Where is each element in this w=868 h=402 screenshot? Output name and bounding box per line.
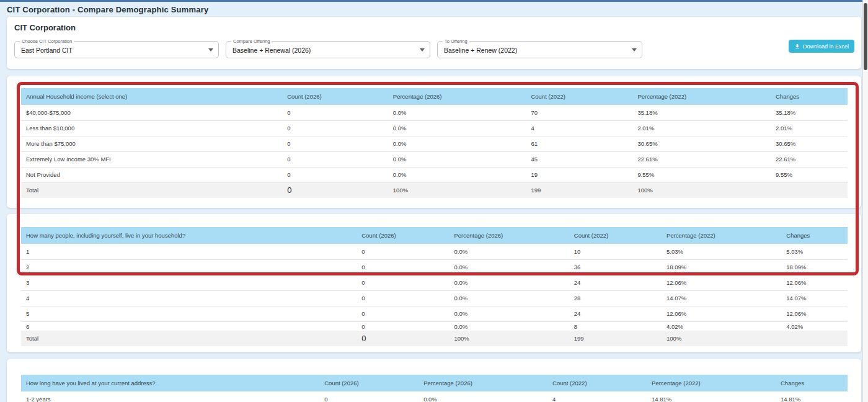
table-cell: 0 <box>282 167 388 182</box>
table-cell: 0 <box>356 306 449 321</box>
column-header-cell: Changes <box>781 227 848 244</box>
table-cell: 0.0% <box>388 167 526 182</box>
page-title: CIT Corporation - Compare Demographic Su… <box>7 5 208 14</box>
table-row: 1-2 years00.0%414.81%14.81% <box>21 391 848 402</box>
chevron-down-icon <box>420 48 425 51</box>
chevron-down-icon <box>208 48 213 51</box>
table-cell: 0 <box>356 244 449 259</box>
table-row: 600.0%84.02%4.02% <box>21 321 848 331</box>
download-icon <box>794 43 800 50</box>
download-in-excel-button[interactable]: Download in Excel <box>789 40 854 53</box>
vertical-scrollbar-track[interactable] <box>862 0 868 402</box>
table-cell: 0 <box>356 321 449 331</box>
column-header-cell: Count (2022) <box>526 88 632 105</box>
table-cell: 100% <box>662 331 781 346</box>
table-cell: 10 <box>569 244 662 259</box>
table-cell: 0.0% <box>449 259 569 275</box>
table-cell: 2 <box>21 259 356 275</box>
column-header-cell: Percentage (2022) <box>632 88 771 105</box>
table-cell: 5 <box>21 306 356 321</box>
choose-cit-corporation-select[interactable]: Choose CIT Corporation East Portland CIT <box>14 41 219 58</box>
table-cell: 22.61% <box>771 151 848 167</box>
table-row: More than $75,00000.0%6130.65%30.65% <box>21 136 848 151</box>
table-header-row: How long have you lived at your current … <box>21 375 848 391</box>
table-cell: 100% <box>632 182 771 198</box>
question-header-cell: How many people, including yourself, liv… <box>21 227 356 244</box>
demographic-summary-table: Annual Household income (select one) Cou… <box>21 88 848 198</box>
table-row: 200.0%3618.09%18.09% <box>21 259 848 275</box>
to-offering-select[interactable]: To Offering Baseline + Renew (2022) <box>437 41 642 58</box>
table-cell: 70 <box>526 105 632 120</box>
table-cell: 0 <box>319 391 418 402</box>
table-cell: More than $75,000 <box>21 136 282 151</box>
table-total-row: Total0100%199100% <box>21 182 848 198</box>
table-cell: 1-2 years <box>21 391 319 402</box>
table-cell: 0.0% <box>388 105 526 120</box>
column-header-cell: Percentage (2022) <box>662 227 781 244</box>
table-header-row: How many people, including yourself, liv… <box>21 227 848 244</box>
table-row: 500.0%2412.06%12.06% <box>21 306 848 321</box>
filter-panel: CIT Corporation Choose CIT Corporation E… <box>7 17 861 69</box>
table-cell: 14.81% <box>647 391 776 402</box>
column-header-cell: Count (2026) <box>282 88 388 105</box>
table-cell: 1 <box>21 244 356 259</box>
column-header-cell: Changes <box>776 375 848 391</box>
table-row: 300.0%2412.06%12.06% <box>21 275 848 290</box>
table-cell: 0 <box>282 136 388 151</box>
top-accent-bar <box>0 0 868 2</box>
table-cell: 14.07% <box>781 290 848 306</box>
table-cell: 0.0% <box>388 151 526 167</box>
table-cell: 9.55% <box>632 167 771 182</box>
table-cell: 45 <box>526 151 632 167</box>
table-cell: 35.18% <box>771 105 848 120</box>
compare-offering-select[interactable]: Compare Offering Baseline + Renewal (202… <box>226 41 430 58</box>
column-header-cell: Percentage (2022) <box>647 375 776 391</box>
table-cell <box>771 182 848 198</box>
table-cell: 0 <box>356 290 449 306</box>
table-cell: 14.07% <box>662 290 781 306</box>
table-cell: 35.18% <box>632 105 771 120</box>
question-header-cell: How long have you lived at your current … <box>21 375 319 391</box>
table-row: Less than $10,00000.0%42.01%2.01% <box>21 120 848 136</box>
table-cell: Total <box>21 182 282 198</box>
table-cell: 12.06% <box>662 306 781 321</box>
select-value: Baseline + Renew (2022) <box>444 47 517 54</box>
table-cell: 4.02% <box>662 321 781 331</box>
table-cell: 0 <box>282 105 388 120</box>
table-cell: Not Provided <box>21 167 282 182</box>
download-button-label: Download in Excel <box>803 43 849 50</box>
table-cell: Extremely Low Income 30% MFI <box>21 151 282 167</box>
select-value: Baseline + Renewal (2026) <box>232 47 311 54</box>
table-cell: 100% <box>449 331 569 346</box>
table-cell: 36 <box>569 259 662 275</box>
column-header-cell: Percentage (2026) <box>388 88 526 105</box>
table-row: Extremely Low Income 30% MFI00.0%4522.61… <box>21 151 848 167</box>
table-card-household-income: Annual Household income (select one) Cou… <box>7 76 861 208</box>
column-header-cell: Count (2026) <box>356 227 449 244</box>
table-row: 100.0%105.03%5.03% <box>21 244 848 259</box>
table-cell: Less than $10,000 <box>21 120 282 136</box>
table-cell: 24 <box>569 306 662 321</box>
table-cell: 0.0% <box>449 321 569 331</box>
vertical-scrollbar-thumb[interactable] <box>864 3 867 70</box>
table-total-row: Total0100%199100% <box>21 331 848 346</box>
table-cell: 30.65% <box>632 136 771 151</box>
table-cell: 8 <box>569 321 662 331</box>
table-cell: 12.06% <box>781 275 848 290</box>
table-row: Not Provided00.0%199.55%9.55% <box>21 167 848 182</box>
table-cell: 0 <box>282 120 388 136</box>
table-cell: 30.65% <box>771 136 848 151</box>
column-header-cell: Changes <box>771 88 848 105</box>
table-cell: 28 <box>569 290 662 306</box>
table-cell: 61 <box>526 136 632 151</box>
table-cell: 199 <box>526 182 632 198</box>
table-card-household-size: How many people, including yourself, liv… <box>7 214 861 352</box>
panel-heading: CIT Corporation <box>14 23 76 32</box>
table-cell: 18.09% <box>781 259 848 275</box>
table-card-address-duration: How long have you lived at your current … <box>7 359 861 402</box>
table-cell: 199 <box>569 331 662 346</box>
table-cell <box>781 331 848 346</box>
table-cell: 22.61% <box>632 151 771 167</box>
table-cell: 9.55% <box>771 167 848 182</box>
table-cell: 14.81% <box>776 391 848 402</box>
